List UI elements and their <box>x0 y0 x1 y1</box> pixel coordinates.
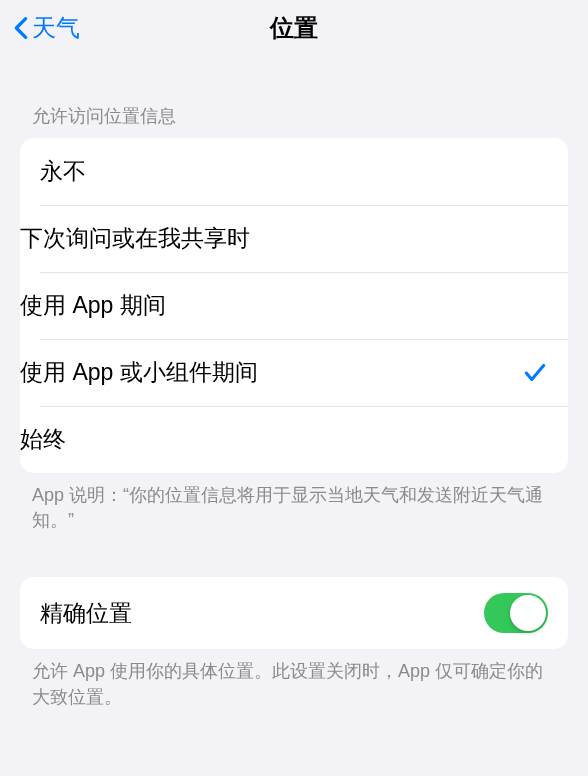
page-title: 位置 <box>270 12 318 44</box>
option-while-using[interactable]: 使用 App 期间 <box>20 272 568 339</box>
section-header-access: 允许访问位置信息 <box>20 56 568 138</box>
option-ask-next-time[interactable]: 下次询问或在我共享时 <box>20 205 568 272</box>
option-label: 永不 <box>40 156 86 187</box>
switch-knob <box>510 595 546 631</box>
option-label: 下次询问或在我共享时 <box>20 223 250 254</box>
precise-location-toggle[interactable] <box>484 593 548 633</box>
section-footer-app-description: App 说明：“你的位置信息将用于显示当地天气和发送附近天气通知。” <box>20 473 568 533</box>
back-button[interactable]: 天气 <box>8 8 84 48</box>
navigation-bar: 天气 位置 <box>0 0 588 56</box>
option-label: 始终 <box>20 424 66 455</box>
precise-location-row: 精确位置 <box>20 577 568 649</box>
location-access-options: 永不 下次询问或在我共享时 使用 App 期间 使用 App 或小组件期间 始终 <box>20 138 568 473</box>
option-never[interactable]: 永不 <box>20 138 568 205</box>
option-always[interactable]: 始终 <box>20 406 568 473</box>
option-while-using-or-widgets[interactable]: 使用 App 或小组件期间 <box>20 339 568 406</box>
precise-location-label: 精确位置 <box>40 598 132 629</box>
section-footer-precise: 允许 App 使用你的具体位置。此设置关闭时，App 仅可确定你的大致位置。 <box>20 649 568 709</box>
precise-location-group: 精确位置 <box>20 577 568 649</box>
back-label: 天气 <box>32 12 80 44</box>
checkmark-icon <box>522 360 548 386</box>
option-label: 使用 App 或小组件期间 <box>20 357 258 388</box>
chevron-left-icon <box>12 14 30 42</box>
option-label: 使用 App 期间 <box>20 290 166 321</box>
